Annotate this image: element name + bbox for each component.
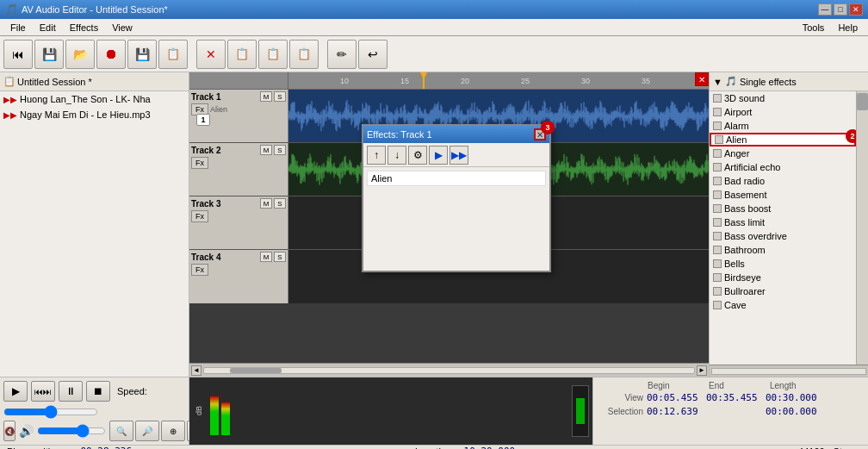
track-4-mute[interactable]: M [260, 252, 272, 262]
right-scrollbar[interactable] [856, 91, 868, 365]
dialog-btn-forward[interactable]: ▶▶ [450, 146, 468, 165]
tb-paste2[interactable]: 📋 [289, 40, 319, 69]
effects-dialog: Effects: Track 1 ✕ 3 ↑ ↓ ⚙ ▶ ▶▶ [362, 124, 551, 272]
effect-icon-birdseye [713, 273, 722, 282]
effect-basslimit[interactable]: Bass limit [710, 215, 856, 229]
h-scroll-track[interactable] [203, 367, 695, 374]
alien-badge-2: 2 [846, 129, 856, 143]
speed-slider[interactable] [3, 405, 98, 419]
effect-bathroom[interactable]: Bathroom [710, 243, 856, 257]
menu-help[interactable]: Help [831, 21, 865, 34]
tb-save[interactable]: 💾 [34, 40, 64, 69]
effect-icon-bassoverdrive [713, 232, 722, 240]
close-button[interactable]: ✕ [849, 3, 863, 16]
tb-pencil[interactable]: ✏ [327, 40, 356, 69]
play-button[interactable]: ▶ [3, 381, 28, 402]
track-1-badge: 1 [196, 114, 210, 126]
effect-bassboost[interactable]: Bass boost [710, 202, 856, 215]
track-2-mute[interactable]: M [260, 145, 272, 155]
volume-slider[interactable] [37, 424, 106, 438]
zoom-btn-2[interactable]: 🔎 [135, 421, 159, 441]
effect-airport[interactable]: Airport [710, 105, 856, 119]
menu-tools[interactable]: Tools [796, 21, 832, 34]
toolbar: ⏮ 💾 📂 ⏺ 💾 📋 ✕ 📋 📋 📋 ✏ ↩ [0, 36, 868, 72]
scroll-left[interactable]: ◄ [191, 365, 202, 376]
dialog-effect-alien[interactable]: Alien [367, 171, 546, 186]
track-2-fx[interactable]: Fx [191, 157, 208, 169]
meter-left [210, 396, 219, 435]
play-position-value: 00:28.336 [80, 446, 132, 449]
track-4-fx[interactable]: Fx [191, 264, 208, 276]
dialog-title-text: Effects: Track 1 [367, 129, 534, 140]
dialog-btn-settings[interactable]: ⚙ [408, 146, 427, 165]
track-3-fx[interactable]: Fx [191, 210, 208, 222]
tb-record[interactable]: ⏺ [96, 40, 126, 69]
effect-bells[interactable]: Bells [710, 257, 856, 271]
timeline-10: 10 [340, 77, 349, 85]
tb-open[interactable]: 📂 [65, 40, 95, 69]
tb-save2[interactable]: 💾 [127, 40, 157, 69]
file-name-2: Ngay Mai Em Di - Le Hieu.mp3 [20, 109, 151, 120]
h-scroll-thumb[interactable] [230, 368, 282, 373]
view-end: 00:35.455 [706, 392, 762, 403]
loop-button[interactable]: ⏮⏭ [31, 381, 55, 402]
minimize-button[interactable]: — [818, 3, 832, 16]
length-value: 10:20.000 [464, 446, 516, 449]
selection-label: Selection [600, 407, 643, 416]
track-3-solo[interactable]: S [274, 198, 286, 209]
effect-icon-basslimit [713, 218, 722, 227]
effect-bassoverdrive[interactable]: Bass overdrive [710, 229, 856, 243]
file-item-1[interactable]: ▶▶ Huong Lan_The Son - LK- Nha [0, 91, 189, 107]
track-1-mute[interactable]: M [260, 91, 272, 102]
menu-view[interactable]: View [105, 21, 140, 34]
effect-bullroarer[interactable]: Bullroarer [710, 284, 856, 298]
tb-copy[interactable]: 📋 [227, 40, 257, 69]
timeline-30: 30 [581, 77, 590, 85]
effect-basement[interactable]: Basement [710, 188, 856, 202]
h-scrollbar[interactable]: ◄ ► [189, 363, 709, 377]
tb-cut[interactable]: ✕ [196, 40, 226, 69]
effect-icon-bathroom [713, 246, 722, 254]
track-4-solo[interactable]: S [274, 252, 286, 262]
effect-cave[interactable]: Cave [710, 298, 856, 312]
track-3-mute[interactable]: M [260, 198, 272, 209]
scroll-right[interactable]: ► [697, 365, 707, 376]
bottom-row: ▶ ⏮⏭ ⏸ ⏹ Speed: 🔇 🔊 🔍 🔎 ⊕ [0, 377, 868, 445]
tb-undo[interactable]: ↩ [358, 40, 388, 69]
maximize-button[interactable]: □ [834, 3, 847, 16]
effect-birdseye[interactable]: Birdseye [710, 271, 856, 284]
menu-edit[interactable]: Edit [33, 21, 63, 34]
effect-artecho[interactable]: Artificial echo [710, 160, 856, 174]
right-scroll-thumb[interactable] [857, 93, 868, 110]
effect-anger[interactable]: Anger [710, 147, 856, 160]
app-title: AV Audio Editor - Untitled Session* [22, 4, 168, 15]
dialog-btn-play[interactable]: ▶ [429, 146, 448, 165]
tb-paste[interactable]: 📋 [258, 40, 288, 69]
effect-badradio[interactable]: Bad radio [710, 174, 856, 188]
effect-3dsound[interactable]: 3D sound [710, 91, 856, 105]
right-h-scroll[interactable] [710, 365, 868, 377]
pause-button[interactable]: ⏸ [59, 381, 83, 402]
track-label-3: Track 3 M S Fx [189, 196, 288, 249]
zoom-btn-3[interactable]: ⊕ [161, 421, 185, 441]
file-item-2[interactable]: ▶▶ Ngay Mai Em Di - Le Hieu.mp3 [0, 107, 189, 122]
stop-button[interactable]: ⏹ [86, 381, 110, 402]
track-label-4: Track 4 M S Fx [189, 250, 288, 303]
dialog-btn-down[interactable]: ↓ [388, 146, 406, 165]
mute-button[interactable]: 🔇 [3, 421, 16, 441]
menu-file[interactable]: File [3, 21, 33, 34]
meter-right [221, 402, 230, 435]
right-h-scroll-track[interactable] [711, 368, 866, 375]
tb-saveas[interactable]: 📋 [158, 40, 188, 69]
view-length: 00:30.000 [766, 392, 822, 403]
zoom-btn-1[interactable]: 🔍 [109, 421, 133, 441]
effect-alien[interactable]: Alien 2 [710, 133, 856, 147]
level-indicator [576, 398, 585, 424]
dialog-btn-up[interactable]: ↑ [367, 146, 386, 165]
tb-rewind[interactable]: ⏮ [3, 40, 33, 69]
track-1-solo[interactable]: S [274, 91, 286, 102]
track-2-solo[interactable]: S [274, 145, 286, 155]
effect-alarm[interactable]: Alarm [710, 119, 856, 133]
menu-effects[interactable]: Effects [63, 21, 105, 34]
effect-icon-cave [713, 301, 722, 309]
